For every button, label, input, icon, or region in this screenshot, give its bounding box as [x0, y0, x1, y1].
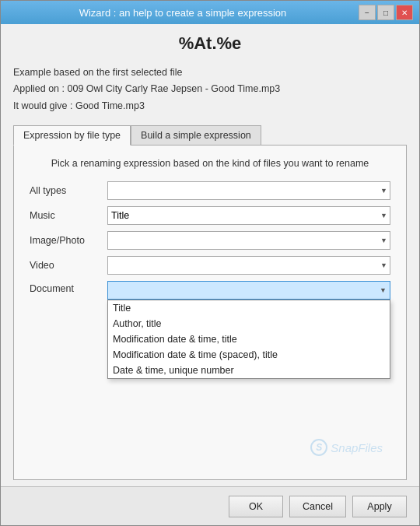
- music-row: Music Title — Author, title: [30, 206, 390, 225]
- restore-button[interactable]: □: [377, 5, 394, 20]
- minimize-button[interactable]: −: [359, 5, 376, 20]
- video-select[interactable]: Title Author, title: [107, 256, 390, 275]
- music-select-wrapper: Title — Author, title: [107, 206, 390, 225]
- document-dropdown-display[interactable]: [107, 281, 390, 300]
- cancel-button[interactable]: Cancel: [289, 496, 346, 517]
- bottom-bar: OK Cancel Apply: [1, 486, 419, 525]
- music-select[interactable]: Title — Author, title: [107, 206, 390, 225]
- watermark: S SnapFiles: [310, 439, 383, 456]
- info-section: Example based on the first selected file…: [13, 65, 407, 114]
- document-option-author-title[interactable]: Author, title: [108, 316, 390, 331]
- tab-instruction: Pick a renaming expression based on the …: [30, 158, 390, 169]
- content-area: %At.%e Example based on the first select…: [1, 24, 419, 486]
- would-give-value: Good Time.mp3: [75, 100, 145, 111]
- document-dropdown-box: Title Author, title Modification date & …: [107, 281, 390, 300]
- video-select-wrapper: Title Author, title: [107, 256, 390, 275]
- would-give-row: It would give : Good Time.mp3: [13, 98, 407, 114]
- tabs-row: Expression by file type Build a simple e…: [13, 125, 407, 145]
- tab-build-simple[interactable]: Build a simple expression: [131, 125, 261, 145]
- document-option-mod-date-spaced-title[interactable]: Modification date & time (spaced), title: [108, 347, 390, 363]
- music-label: Music: [30, 210, 107, 221]
- image-photo-label: Image/Photo: [30, 235, 107, 246]
- window-title: Wizard : an help to create a simple expr…: [7, 7, 359, 19]
- all-types-row: All types Title Author, title: [30, 181, 390, 200]
- title-bar: Wizard : an help to create a simple expr…: [1, 1, 419, 24]
- close-button[interactable]: ✕: [396, 5, 413, 20]
- applied-on-row: Applied on : 009 Owl City Carly Rae Jeps…: [13, 81, 407, 97]
- all-types-label: All types: [30, 185, 107, 196]
- ok-button[interactable]: OK: [229, 496, 283, 517]
- document-row: Document Title Author, title Modificatio…: [30, 281, 390, 300]
- window-controls: − □ ✕: [359, 5, 413, 20]
- document-dropdown-list: Title Author, title Modification date & …: [107, 300, 390, 379]
- all-types-select-wrapper: Title Author, title: [107, 181, 390, 200]
- tab-panel: Pick a renaming expression based on the …: [13, 145, 407, 480]
- example-label: Example based on the first selected file: [13, 65, 407, 81]
- would-give-label: It would give :: [13, 100, 72, 111]
- expression-display: %At.%e: [13, 33, 407, 54]
- video-row: Video Title Author, title: [30, 256, 390, 275]
- applied-on-label: Applied on :: [13, 83, 65, 94]
- applied-on-value: 009 Owl City Carly Rae Jepsen - Good Tim…: [68, 83, 281, 94]
- document-label: Document: [30, 281, 107, 294]
- image-photo-select[interactable]: Title Author, title: [107, 231, 390, 250]
- document-option-title[interactable]: Title: [108, 300, 390, 316]
- snapfiles-icon: S: [310, 439, 327, 456]
- main-window: Wizard : an help to create a simple expr…: [0, 0, 420, 526]
- apply-button[interactable]: Apply: [352, 496, 407, 517]
- document-option-date-time-unique[interactable]: Date & time, unique number: [108, 363, 390, 378]
- document-option-mod-date-title[interactable]: Modification date & time, title: [108, 331, 390, 347]
- tab-expression-by-type[interactable]: Expression by file type: [13, 125, 131, 146]
- image-photo-select-wrapper: Title Author, title: [107, 231, 390, 250]
- video-label: Video: [30, 260, 107, 271]
- image-photo-row: Image/Photo Title Author, title: [30, 231, 390, 250]
- watermark-text: SnapFiles: [331, 441, 383, 454]
- all-types-select[interactable]: Title Author, title: [107, 181, 390, 200]
